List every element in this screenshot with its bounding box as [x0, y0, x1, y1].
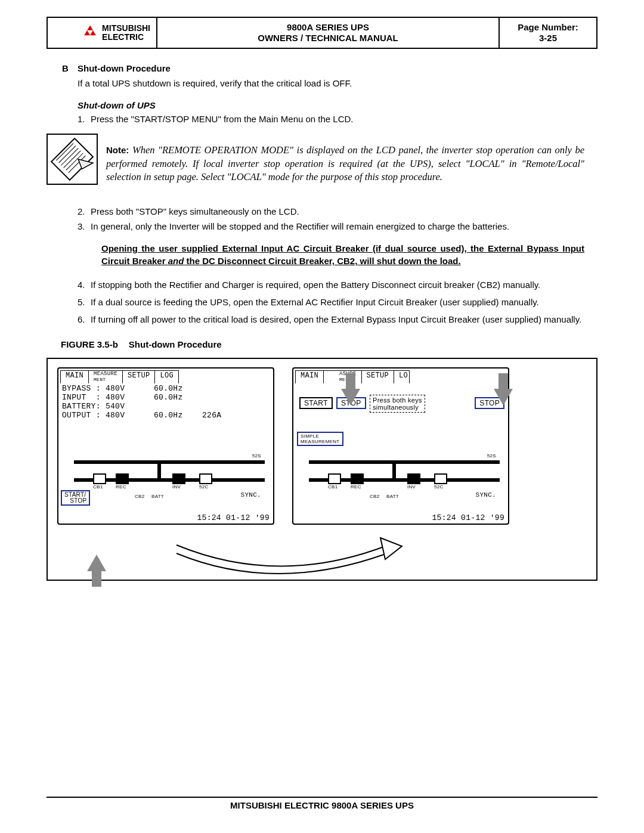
tab-main[interactable]: MAIN — [60, 370, 89, 383]
oneline-diagram-left: 52S CB1 REC INV 52C CB2 BATT SYNC. — [62, 460, 270, 502]
note-block: Note: When "REMOTE OPERATION MODE" is di… — [47, 134, 584, 194]
doc-footer: MITSUBISHI ELECTRIC 9800A SERIES UPS — [47, 797, 597, 810]
sub-heading: Shut-down of UPS — [78, 100, 597, 110]
tab-main-r[interactable]: MAIN — [295, 370, 324, 383]
lcd-panel-right: MAIN ASUREMENT SETUP LO START STOP Press… — [292, 367, 509, 525]
intro-paragraph: If a total UPS shutdown is required, ver… — [78, 77, 597, 89]
svg-marker-12 — [380, 538, 402, 559]
tab-setup[interactable]: SETUP — [122, 370, 156, 383]
tab-measurement-r[interactable]: ASUREMENT — [323, 370, 362, 383]
tab-measurement[interactable]: MEASUREMENT — [88, 370, 123, 383]
arrow-down-icon-2 — [494, 389, 513, 405]
press-both-label: Press both keys simultaneously — [370, 395, 425, 413]
svg-marker-2 — [90, 30, 96, 35]
svg-marker-1 — [84, 30, 90, 35]
figure-box: MAIN MEASUREMENT SETUP LOG BYPASS : 480V… — [47, 358, 597, 581]
row-input: INPUT : 480V 60.0Hz — [62, 393, 270, 402]
row-battery: BATTERY: 540V — [62, 402, 270, 411]
arrow-up-icon — [87, 555, 106, 571]
start-stop-button[interactable]: START/ STOP — [61, 490, 90, 506]
curved-arrow-icon — [159, 533, 409, 581]
company-line2: ELECTRIC — [102, 33, 150, 42]
section-heading: BShut-down Procedure — [62, 63, 597, 73]
simple-measurement-button[interactable]: SIMPLE MEASUREMENT — [297, 432, 343, 446]
row-bypass: BYPASS : 480V 60.0Hz — [62, 384, 270, 393]
start-key[interactable]: START — [299, 397, 333, 409]
doc-title-line2: OWNERS / TECHNICAL MANUAL — [258, 33, 398, 44]
doc-header: MITSUBISHI ELECTRIC 9800A SERIES UPS OWN… — [47, 17, 597, 49]
notepad-icon — [47, 134, 98, 185]
page-number-label: Page Number: — [518, 22, 578, 33]
company-line1: MITSUBISHI — [102, 24, 150, 33]
figure-caption: FIGURE 3.5-bShut-down Procedure — [61, 339, 597, 349]
header-logo-cell: MITSUBISHI ELECTRIC — [48, 18, 157, 48]
timestamp-right: 15:24 01-12 '99 — [432, 513, 504, 522]
step-list-a: 1.Press the "START/STOP MENU" from the M… — [78, 113, 597, 125]
svg-marker-0 — [87, 25, 93, 30]
row-output: OUTPUT : 480V 60.0Hz 226A — [62, 411, 270, 420]
doc-title-line1: 9800A SERIES UPS — [287, 22, 369, 33]
note-text: Note: When "REMOTE OPERATION MODE" is di… — [106, 144, 584, 184]
step-list-c: 4.If stopping both the Rectifier and Cha… — [78, 278, 597, 326]
step-list-b: 2.Press both "STOP" keys simultaneously … — [78, 205, 597, 233]
tab-log-r[interactable]: LO — [394, 370, 410, 383]
timestamp-left: 15:24 01-12 '99 — [197, 513, 270, 522]
header-title-cell: 9800A SERIES UPS OWNERS / TECHNICAL MANU… — [157, 18, 500, 48]
tab-log[interactable]: LOG — [154, 370, 179, 383]
tab-setup-r[interactable]: SETUP — [361, 370, 395, 383]
oneline-diagram-right: 52S CB1 REC INV 52C CB2 BATT SYNC. — [297, 460, 504, 502]
arrow-down-icon-1 — [341, 389, 360, 405]
lcd-panel-left: MAIN MEASUREMENT SETUP LOG BYPASS : 480V… — [57, 367, 274, 525]
warning-text: Opening the user supplied External Input… — [101, 242, 584, 268]
page-number: 3-25 — [539, 33, 557, 44]
mitsubishi-logo-icon — [82, 24, 98, 41]
header-page-cell: Page Number: 3-25 — [500, 18, 596, 48]
